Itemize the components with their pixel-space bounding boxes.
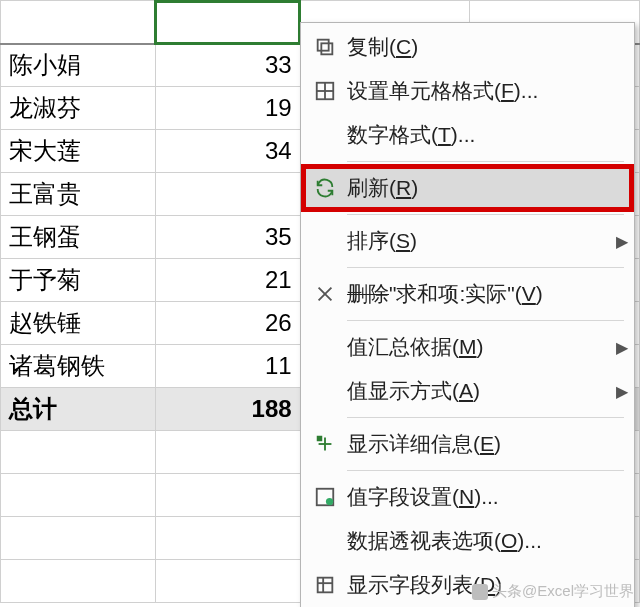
menu-summarize-by[interactable]: 值汇总依据(M) ▶ <box>303 325 632 369</box>
refresh-icon <box>303 177 347 199</box>
details-icon <box>303 433 347 455</box>
watermark-logo-icon <box>472 584 488 600</box>
menu-copy[interactable]: 复制(C) <box>303 25 632 69</box>
row-label[interactable]: 赵铁锤 <box>1 302 156 345</box>
row-value[interactable]: 26 <box>155 302 300 345</box>
watermark-text: 头条@Excel学习世界 <box>492 582 634 601</box>
submenu-arrow-icon: ▶ <box>612 232 632 251</box>
menu-pivottable-options[interactable]: 数据透视表选项(O)... <box>303 519 632 563</box>
menu-number-format[interactable]: 数字格式(T)... <box>303 113 632 157</box>
svg-rect-0 <box>321 43 332 54</box>
menu-label: 显示详细信息(E) <box>347 430 632 458</box>
field-list-icon <box>303 574 347 596</box>
row-label[interactable]: 陈小娟 <box>1 44 156 87</box>
menu-separator <box>347 470 624 471</box>
menu-label: 删除"求和项:实际"(V) <box>347 280 632 308</box>
menu-label: 排序(S) <box>347 227 612 255</box>
submenu-arrow-icon: ▶ <box>612 338 632 357</box>
row-value[interactable]: 19 <box>155 87 300 130</box>
row-value[interactable]: 21 <box>155 259 300 302</box>
menu-label: 数据透视表选项(O)... <box>347 527 632 555</box>
menu-label: 值汇总依据(M) <box>347 333 612 361</box>
row-value[interactable]: 35 <box>155 216 300 259</box>
row-label[interactable]: 诸葛钢铁 <box>1 345 156 388</box>
delete-icon <box>303 283 347 305</box>
copy-icon <box>303 36 347 58</box>
menu-label: 刷新(R) <box>347 174 632 202</box>
row-label[interactable]: 龙淑芬 <box>1 87 156 130</box>
menu-label: 值字段设置(N)... <box>347 483 632 511</box>
menu-refresh[interactable]: 刷新(R) <box>303 166 632 210</box>
svg-rect-12 <box>318 578 333 593</box>
menu-label: 复制(C) <box>347 33 632 61</box>
row-label[interactable]: 王钢蛋 <box>1 216 156 259</box>
format-cells-icon <box>303 80 347 102</box>
row-value[interactable]: 34 <box>155 130 300 173</box>
watermark: 头条@Excel学习世界 <box>472 582 634 601</box>
menu-separator <box>347 320 624 321</box>
menu-label: 数字格式(T)... <box>347 121 632 149</box>
selected-cell[interactable] <box>155 1 300 44</box>
field-settings-icon <box>303 486 347 508</box>
menu-sort[interactable]: 排序(S) ▶ <box>303 219 632 263</box>
svg-rect-9 <box>317 436 323 442</box>
menu-separator <box>347 417 624 418</box>
grand-total-label[interactable]: 总计 <box>1 388 156 431</box>
row-label[interactable]: 于予菊 <box>1 259 156 302</box>
svg-point-11 <box>326 498 333 505</box>
menu-label: 设置单元格格式(F)... <box>347 77 632 105</box>
menu-format-cells[interactable]: 设置单元格格式(F)... <box>303 69 632 113</box>
menu-show-values-as[interactable]: 值显示方式(A) ▶ <box>303 369 632 413</box>
row-label[interactable]: 宋大莲 <box>1 130 156 173</box>
menu-separator <box>347 267 624 268</box>
menu-label: 值显示方式(A) <box>347 377 612 405</box>
row-label[interactable]: 王富贵 <box>1 173 156 216</box>
row-value[interactable]: 33 <box>155 44 300 87</box>
svg-rect-1 <box>318 40 329 51</box>
menu-value-field-settings[interactable]: 值字段设置(N)... <box>303 475 632 519</box>
grand-total-value[interactable]: 188 <box>155 388 300 431</box>
menu-separator <box>347 214 624 215</box>
context-menu: 复制(C) 设置单元格格式(F)... 数字格式(T)... 刷新(R) 排序(… <box>300 22 635 607</box>
menu-delete-field[interactable]: 删除"求和项:实际"(V) <box>303 272 632 316</box>
submenu-arrow-icon: ▶ <box>612 382 632 401</box>
row-value[interactable]: 11 <box>155 345 300 388</box>
menu-show-details[interactable]: 显示详细信息(E) <box>303 422 632 466</box>
row-value[interactable] <box>155 173 300 216</box>
menu-separator <box>347 161 624 162</box>
